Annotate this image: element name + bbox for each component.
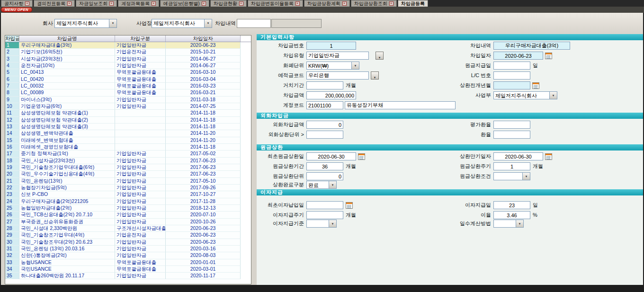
account-name-input[interactable] [345,101,456,109]
table-row[interactable]: 2 기업기보(16억5천) 기업운전자금 2015-10-21 [5,49,251,55]
division-select[interactable]: 제일저지주식회사 [493,91,557,99]
tab[interactable]: 차입금현황 [210,0,247,7]
tab-close-icon[interactable] [239,1,243,6]
table-row[interactable]: 25 농협일반자금대출(2억) 기업일반자금 2018-12-13 [5,205,251,212]
table-row[interactable]: 19 국민_기술창조기업우대대출(6억) 기업일반자금 2017-06-23 [5,164,251,171]
table-row[interactable]: 4 운전자금(10억) 기업일반자금 2014-06-27 [5,62,251,69]
tab[interactable]: 자금일보조회 [76,0,117,7]
lc-no-input[interactable] [493,71,530,80]
ex-rate-input[interactable] [493,131,530,139]
tab-close-icon[interactable] [342,1,347,6]
principal-unit-input[interactable] [306,172,343,180]
table-row[interactable]: 17 중기청 정책자금(1억) 기업일반자금 2017-05-02 [5,150,251,157]
table-row[interactable]: 22 농협장기차입금(5억) 기업일반자금 2017-09-26 [5,185,251,191]
tab[interactable]: 차입금상환조회 [351,0,397,7]
calendar-icon[interactable] [532,82,539,89]
table-row[interactable]: 3 시설자금(23억3천) 기업일반자금 2014-06-27 [5,56,251,62]
table-row[interactable]: 32 신한(-)통장예금(2억) 기업일반자금 2020-08-03 [5,252,251,259]
loan-type-dropdown-icon[interactable] [376,52,384,60]
amount-input[interactable] [306,91,356,99]
table-row[interactable]: 33 농협USANCE 무역포괄금융대출 2020-01-01 [5,259,251,266]
day-count-select[interactable] [493,220,524,228]
table-row[interactable]: 28 국민_시설대 2,330백만원 구조개선시설자금대출 2020-06-23 [5,225,251,232]
tab-close-icon[interactable] [67,1,72,6]
table-row[interactable]: 1 우리구매자금대출(3억) 기업일반자금 2020-06-23 [5,42,251,49]
tab[interactable]: 결의전표등록 [34,0,75,7]
fx-amount-input[interactable] [306,121,343,129]
table-row[interactable]: 15 미래에셋_변액보험대출 2014-11-20 [5,137,251,144]
interest-cycle-input[interactable] [306,211,343,219]
table-row[interactable]: 13 삼성생명단체보험 약관대출(3) 2014-11-18 [5,124,251,130]
table-row[interactable]: 23 신보 P-CBO 기업일반자금 2017-10-27 [5,191,251,198]
cell-loan-name: 중기청 정책자금(1억) [19,150,115,157]
cell-loan-date: 2020-06-23 [166,232,241,239]
calendar-icon[interactable] [358,153,365,160]
interest-day-input[interactable] [493,201,530,209]
maturity-date-input[interactable] [493,152,543,160]
table-row[interactable]: 27 부국증권_선순위유동화증권 기업일반자금 2020-10-26 [5,219,251,225]
account-code-input[interactable] [306,101,343,109]
principal-period-input[interactable] [306,162,343,170]
principal-condition-select[interactable] [493,172,530,180]
table-row[interactable]: 30 국민_기술창조우대(2억) 20.6.23 기업일반자금 2020-06-… [5,239,251,246]
calendar-icon[interactable] [545,153,552,160]
table-row[interactable]: 12 삼성생명단체보험 약관대출(2) 2014-11-18 [5,117,251,124]
tab-close-icon[interactable] [109,1,114,6]
site-select[interactable]: 제일저지주식회사 [152,19,212,28]
calendar-icon[interactable] [545,53,552,59]
principal-cycle-input[interactable] [493,162,530,170]
calendar-icon[interactable] [346,202,353,209]
tab[interactable]: 차입금등록 [398,0,428,7]
loan-search-input[interactable] [237,19,271,28]
tab-close-icon[interactable] [389,1,394,6]
table-row[interactable]: 24 우리구매자금대출(2억)221205 기업일반자금 2017-11-28 [5,198,251,205]
tab[interactable]: 차입금상환계획 [304,0,350,7]
table-row[interactable]: 6 LC_00420 무역포괄금융대출 2016-03-04 [5,76,251,83]
loan-no-input[interactable] [306,42,356,50]
table-row[interactable]: 20 국민_우수기술기업신용대출(4억) 기업일반자금 2017-06-23 [5,171,251,177]
loan-type-input[interactable] [306,52,369,60]
table-row[interactable]: 9 마이너스(3억) 기업일반자금 2011-03-18 [5,97,251,103]
interest-basis-select[interactable] [306,220,337,228]
loan-date-input[interactable] [493,52,543,60]
cell-loan-name: 신보 P-CBO [19,191,115,198]
tab-close-icon[interactable] [152,1,156,6]
table-row[interactable]: 10 기업운영자금(6억) 기업일반자금 2014-07-25 [5,103,251,110]
tab-close-icon[interactable] [202,1,206,6]
deposit-code-dropdown-icon[interactable] [371,71,379,80]
repay-status-select[interactable]: 완료 [306,181,337,189]
first-principal-date-input[interactable] [306,152,356,160]
tab[interactable]: 공지사항 [1,0,33,7]
table-row[interactable]: 26 국민_TCB신용대출(2억) 20.7.10 기업일반자금 2020-07… [5,212,251,218]
table-row[interactable]: 7 LC_00032 무역포괄금융대출 2016-03-23 [5,83,251,89]
currency-select[interactable]: KRW(₩) [306,62,359,70]
pay-day-input[interactable] [493,62,530,70]
tab[interactable]: 예금일보(은행별) [160,0,209,7]
fx-unit-input[interactable] [306,131,343,139]
table-row[interactable]: 21 국민_온렌딩(13억) 기업일반자금 2017-05-10 [5,178,251,185]
table-row[interactable]: 11 삼성생명단체보험 약관대출(1) 2014-11-18 [5,110,251,116]
tab[interactable]: 계정과목등록 [118,0,159,7]
table-row[interactable]: 16 미래에셋_경영인보험대출 2014-11-18 [5,144,251,150]
table-row[interactable]: 5 LC_00413 무역포괄금융대출 2016-03-10 [5,69,251,76]
before-ym-input[interactable] [493,81,530,89]
cell-filler [241,76,251,83]
tab-close-icon[interactable] [25,1,29,6]
table-row[interactable]: 29 국민_기술창조기업우대(4억) 기업운전자금 2020-06-23 [5,232,251,239]
table-row[interactable]: 18 국민_시설자금(23억3천) 기업일반자금 2017-06-23 [5,158,251,164]
grace-input[interactable] [306,81,343,89]
tab-close-icon[interactable] [295,1,300,6]
first-interest-date-input[interactable] [306,201,343,209]
table-row[interactable]: 35 하나대출260백만원 20.11.17 기업일반자금 2020-11-17 [5,273,251,279]
tab[interactable]: 차입금변동이율등록 [248,0,303,7]
eval-rate-input[interactable] [493,121,530,129]
menu-open-button[interactable]: MENU OPEN [1,7,32,12]
table-row[interactable]: 31 국민_온렌딩 (13억) 20.03.16 기업일반자금 2020-03-… [5,246,251,252]
table-row[interactable]: 34 국민USANCE 무역포괄금융대출 2020-03-01 [5,266,251,273]
deposit-code-input[interactable] [306,71,369,80]
table-row[interactable]: 14 삼성생명_변액약관대출 2014-11-20 [5,130,251,137]
interest-rate-input[interactable] [493,211,530,219]
table-row[interactable]: 8 LC_00089 무역포괄금융대출 2016-03-21 [5,89,251,96]
loan-desc-input[interactable] [493,42,570,50]
company-select[interactable]: 제일저지주식회사 [54,19,117,28]
